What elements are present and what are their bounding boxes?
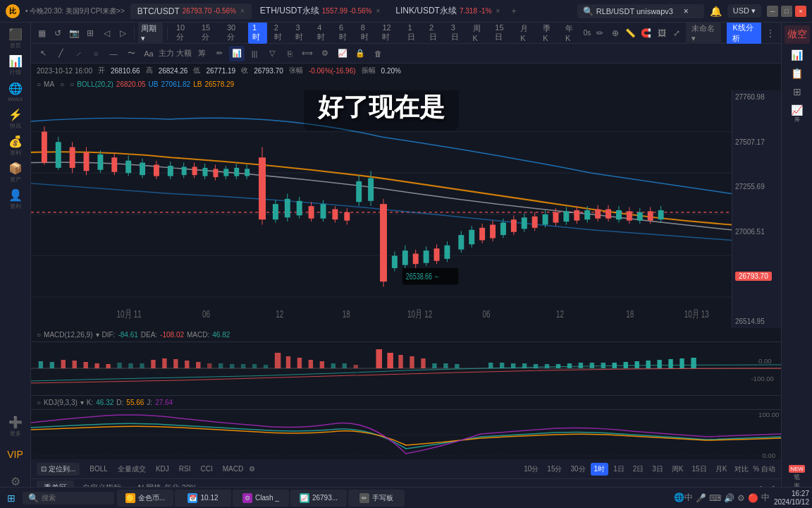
tab-close-icon[interactable]: × xyxy=(240,7,245,15)
tab-close-icon[interactable]: × xyxy=(376,7,380,15)
sidebar-item-more[interactable]: ➕ 更多 xyxy=(3,413,28,439)
delete-tool[interactable]: 🗑 xyxy=(370,46,386,61)
tf-30min[interactable]: 30分 xyxy=(223,23,245,44)
tf-bot-3d[interactable]: 3日 xyxy=(648,463,667,476)
sidebar-item-vip[interactable]: VIP xyxy=(3,442,28,467)
kdj-expand[interactable]: ▾ xyxy=(80,399,84,406)
tf-weekly[interactable]: 周K xyxy=(469,23,488,44)
tab-linkusdt[interactable]: LINK/USDT永续 7.318 -1% × xyxy=(388,2,507,20)
macd-tab[interactable]: MACD xyxy=(219,464,247,474)
macd-expand[interactable]: ▾ xyxy=(96,331,99,339)
sidebar-item-follow[interactable]: 👤 资利 xyxy=(3,186,28,212)
sidebar-item-profit[interactable]: 💰 资利 xyxy=(3,133,28,158)
tf-bot-1d[interactable]: 1日 xyxy=(610,463,628,476)
tf-bot-2d[interactable]: 2日 xyxy=(629,463,648,476)
ray-tool[interactable]: ⟋ xyxy=(70,46,86,61)
settings2-tool[interactable]: ⚙ xyxy=(317,46,333,61)
rp-order-button[interactable]: ⊞ xyxy=(785,83,810,100)
tf-3h[interactable]: 3时 xyxy=(291,23,310,44)
screenshot-button[interactable]: 📷 xyxy=(68,25,81,41)
add-tab-button[interactable]: + xyxy=(508,4,519,19)
main-indicator[interactable]: 主力 xyxy=(159,46,174,61)
tab-close-icon[interactable]: × xyxy=(496,7,500,15)
tf-quarterly[interactable]: 季K xyxy=(539,23,558,44)
rp-buy-button[interactable]: 做空 xyxy=(785,25,810,44)
kdj-tab[interactable]: KDJ xyxy=(152,464,173,474)
macd-chart[interactable]: 0.00 -100.00 xyxy=(31,342,781,395)
start-button[interactable]: ⊞ xyxy=(3,490,20,507)
tf-8h[interactable]: 8时 xyxy=(357,23,376,44)
sidebar-item-assets[interactable]: 📦 资产 xyxy=(3,159,28,185)
cursor-tool[interactable]: ↖ xyxy=(35,46,51,61)
compare-button[interactable]: ⊞ xyxy=(84,25,97,41)
algo-indicator[interactable]: 筹 xyxy=(194,46,209,61)
volume-indicator[interactable]: 大额 xyxy=(176,46,192,61)
chart-type-tool[interactable]: 📈 xyxy=(335,46,350,61)
tf-bot-15m[interactable]: 15分 xyxy=(543,463,565,476)
tab-ethusdt[interactable]: ETH/USDT永续 1557.99 -0.56% × xyxy=(253,2,387,20)
notification-icon[interactable]: 🔔 xyxy=(710,6,722,17)
tf-bot-mo[interactable]: 月K xyxy=(712,463,731,476)
cci-tab[interactable]: CCI xyxy=(197,464,217,474)
tf-bot-10m[interactable]: 10分 xyxy=(520,463,542,476)
back-button[interactable]: ◁ xyxy=(100,25,113,41)
tab-btcusdt[interactable]: BTC/USDT 26793.70 -0.56% × xyxy=(130,4,252,19)
sidebar-item-news[interactable]: ⚡ 快讯 xyxy=(3,106,28,131)
sidebar-item-market[interactable]: 📊 行情 xyxy=(3,52,28,78)
tf-bot-1h[interactable]: 1时 xyxy=(591,463,609,476)
ma-toggle[interactable]: ○ xyxy=(37,80,41,88)
taskbar-app-clash[interactable]: ⚙ Clash _ xyxy=(233,490,289,507)
tf-2d[interactable]: 2日 xyxy=(425,23,444,44)
main-chart-canvas[interactable]: 10月 11 06 12 18 10月 12 06 12 18 10月 13 2… xyxy=(31,90,732,328)
close-button[interactable]: × xyxy=(795,6,806,17)
taskbar-app-gold[interactable]: 🟡 金色币... xyxy=(117,490,173,507)
more-tools-button[interactable]: ⋮ xyxy=(764,25,777,41)
tf-bot-15d[interactable]: 15日 xyxy=(689,463,710,476)
magnet-button[interactable]: 🧲 xyxy=(640,25,653,41)
kline-analysis-button[interactable]: K线分析 xyxy=(727,23,761,45)
tf-3d[interactable]: 3日 xyxy=(447,23,466,44)
sidebar-item-web3[interactable]: 🌐 Web3 xyxy=(3,79,28,104)
boll-tab[interactable]: BOLL xyxy=(85,464,112,474)
candle-tool[interactable]: 📊 xyxy=(229,46,245,61)
flip-tool[interactable]: ⟺ xyxy=(300,46,315,61)
macd-toggle[interactable]: ○ xyxy=(37,331,41,339)
taskbar-search[interactable]: 🔍 xyxy=(23,492,114,504)
kdj-toggle[interactable]: ○ xyxy=(37,399,41,406)
currency-button[interactable]: USD ▾ xyxy=(727,4,761,18)
auto-button[interactable]: % 自动 xyxy=(753,464,775,474)
sidebar-item-home[interactable]: ⬛ 首页 xyxy=(3,25,28,51)
taskbar-search-input[interactable] xyxy=(42,494,105,502)
search-clear-icon[interactable]: × xyxy=(684,6,689,16)
tf-4h[interactable]: 4时 xyxy=(313,23,332,44)
tf-1d[interactable]: 1日 xyxy=(403,23,422,44)
taskbar-app-calendar[interactable]: 📅 10.12 xyxy=(175,490,231,507)
area-tool[interactable]: ▽ xyxy=(264,46,280,61)
rp-ladder-button[interactable]: 📈 筹 xyxy=(785,102,810,126)
tray-settings-icon[interactable]: ⚙ xyxy=(737,493,745,503)
taskbar-app-handwrite[interactable]: ✏ 手写板 xyxy=(348,490,405,507)
boll-toggle[interactable]: ○ xyxy=(70,80,74,88)
tf-6h[interactable]: 6时 xyxy=(335,23,354,44)
tray-kb-icon[interactable]: ⌨ xyxy=(709,493,721,503)
tf-12h[interactable]: 12时 xyxy=(378,23,400,44)
pair-button[interactable]: 对比 xyxy=(734,464,749,474)
copy-tool[interactable]: ⎘ xyxy=(282,46,297,61)
tf-10min[interactable]: 10分 xyxy=(172,23,195,44)
forward-button[interactable]: ▷ xyxy=(116,25,130,41)
tray-cn-icon[interactable]: 中 xyxy=(761,492,770,504)
tf-15min[interactable]: 15分 xyxy=(197,23,220,44)
unnamed-button[interactable]: 未命名 ▾ xyxy=(686,23,721,44)
horizontal-tool[interactable]: ― xyxy=(106,46,121,61)
symbol-search[interactable]: 🔍 × xyxy=(577,4,704,18)
tf-1h[interactable]: 1时 xyxy=(248,23,267,44)
minimize-button[interactable]: ─ xyxy=(767,6,778,17)
refresh-button[interactable]: ↺ xyxy=(51,25,65,41)
pencil-button[interactable]: ✏ xyxy=(593,25,606,41)
period-selector[interactable]: 周期 ▾ xyxy=(138,23,163,44)
rsi-tab[interactable]: RSI xyxy=(175,464,195,474)
tf-bot-wk[interactable]: 周K xyxy=(668,463,687,476)
line-tool[interactable]: ╱ xyxy=(53,46,68,61)
locate-button[interactable]: ⊡ 定位到... xyxy=(37,463,80,476)
circle-tool[interactable]: ○ xyxy=(88,46,104,61)
